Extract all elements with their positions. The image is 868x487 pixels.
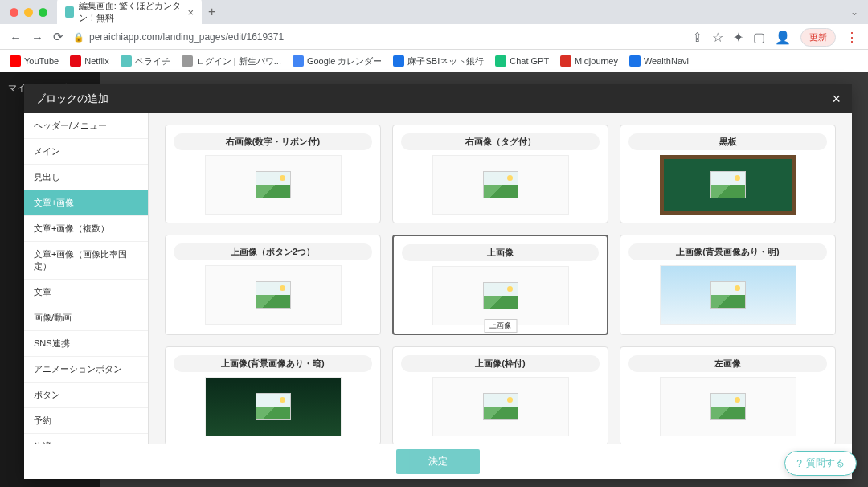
template-preview: 上画像	[432, 266, 569, 325]
sidebar-item[interactable]: ボタン	[24, 383, 148, 408]
close-tab-icon[interactable]: ×	[187, 6, 194, 18]
bookmark-icon	[10, 55, 21, 67]
bookmark-item[interactable]: YouTube	[10, 55, 59, 67]
add-block-modal: ブロックの追加 × ヘッダー/メニューメイン見出し文章+画像文章+画像（複数）文…	[24, 84, 852, 479]
bookmark-label: Chat GPT	[510, 56, 549, 66]
template-card[interactable]: 右画像(数字・リボン付)	[165, 125, 381, 223]
back-button[interactable]: ←	[10, 31, 22, 44]
help-button[interactable]: ? 質問する	[784, 451, 857, 476]
sidebar-item[interactable]: 画像/動画	[24, 305, 148, 331]
lock-icon: 🔒	[73, 32, 84, 43]
question-icon: ?	[796, 458, 802, 469]
template-card[interactable]: 上画像(背景画像あり・明)	[620, 235, 836, 335]
bookmark-item[interactable]: ログイン | 新生パワ...	[182, 55, 281, 68]
tooltip: 上画像	[484, 319, 517, 333]
sidebar-item[interactable]: 文章+画像（複数）	[24, 216, 148, 242]
bookmark-icon	[70, 55, 81, 67]
bookmark-icon	[121, 55, 132, 67]
decide-button[interactable]: 決定	[396, 449, 480, 474]
template-title: 右画像(数字・リボン付)	[174, 133, 372, 150]
toolbar-right: ⇪ ☆ ✦ ▢ 👤 更新 ⋮	[692, 28, 858, 47]
bookmark-label: Google カレンダー	[307, 55, 383, 68]
modal-footer: 決定	[24, 444, 852, 479]
help-label: 質問する	[806, 456, 845, 470]
template-preview	[205, 377, 342, 436]
template-card[interactable]: 右画像（タグ付）	[392, 125, 608, 223]
template-title: 上画像(背景画像あり・明)	[628, 244, 827, 260]
new-tab-button[interactable]: +	[208, 5, 215, 19]
preview-image-icon	[710, 171, 746, 198]
forward-button[interactable]: →	[31, 31, 43, 44]
category-sidebar: ヘッダー/メニューメイン見出し文章+画像文章+画像（複数）文章+画像（画像比率固…	[24, 113, 149, 444]
page-content: マイページへ戻る ‹ ブロックの追加 × ヘッダー/メニューメイン見出し文章+画…	[0, 72, 868, 487]
sidebar-item[interactable]: アニメーションボタン	[24, 357, 148, 383]
template-card[interactable]: 上画像上画像	[392, 235, 608, 335]
template-preview	[432, 155, 569, 215]
sidebar-item[interactable]: 文章+画像	[24, 190, 148, 216]
bookmark-item[interactable]: ペライチ	[121, 55, 170, 68]
template-title: 黒板	[628, 133, 827, 150]
url-text: peraichiapp.com/landing_pages/edit/16193…	[89, 31, 284, 43]
bookmark-item[interactable]: Google カレンダー	[293, 55, 383, 68]
update-button[interactable]: 更新	[800, 28, 836, 47]
preview-image-icon	[483, 282, 518, 309]
tabs-menu-icon[interactable]: ⌄	[850, 6, 858, 18]
preview-image-icon	[483, 171, 518, 198]
template-preview	[660, 155, 796, 215]
maximize-window-button[interactable]	[39, 8, 47, 17]
template-card[interactable]: 上画像(枠付)	[392, 346, 608, 444]
panel-icon[interactable]: ▢	[753, 30, 765, 45]
sidebar-item[interactable]: SNS連携	[24, 331, 148, 357]
template-card[interactable]: 上画像（ボタン2つ）	[165, 235, 381, 335]
bookmark-item[interactable]: 麻子SBIネット銀行	[393, 55, 484, 68]
bookmark-item[interactable]: Chat GPT	[495, 55, 549, 67]
sidebar-item[interactable]: 文章+画像（画像比率固定）	[24, 242, 148, 280]
template-title: 上画像(枠付)	[401, 355, 600, 372]
browser-tab[interactable]: 編集画面: 驚くほどカンタン！無料 ×	[57, 0, 202, 28]
bookmark-star-icon[interactable]: ☆	[712, 30, 723, 45]
minimize-window-button[interactable]	[24, 8, 33, 17]
template-title: 上画像	[402, 244, 599, 261]
close-modal-icon[interactable]: ×	[832, 91, 841, 108]
bookmark-icon	[629, 55, 641, 67]
modal-body: ヘッダー/メニューメイン見出し文章+画像文章+画像（複数）文章+画像（画像比率固…	[24, 113, 852, 444]
template-card[interactable]: 上画像(背景画像あり・暗)	[165, 346, 381, 444]
preview-image-icon	[256, 171, 291, 198]
bookmark-icon	[182, 55, 193, 67]
template-card[interactable]: 黒板	[620, 125, 836, 223]
preview-image-icon	[710, 281, 746, 309]
preview-image-icon	[483, 393, 518, 420]
template-card[interactable]: 左画像	[620, 346, 836, 444]
template-preview	[432, 377, 569, 436]
profile-avatar-icon[interactable]: 👤	[775, 30, 791, 45]
template-title: 上画像（ボタン2つ）	[174, 244, 372, 260]
bookmark-label: WealthNavi	[644, 56, 689, 66]
bookmark-item[interactable]: Netflix	[70, 55, 109, 67]
preview-image-icon	[256, 281, 291, 309]
reload-button[interactable]: ⟳	[53, 30, 63, 44]
tab-bar: 編集画面: 驚くほどカンタン！無料 × + ⌄	[0, 0, 868, 24]
close-window-button[interactable]	[10, 8, 18, 17]
bookmark-icon	[293, 55, 304, 67]
share-icon[interactable]: ⇪	[692, 30, 702, 45]
bookmark-label: 麻子SBIネット銀行	[407, 55, 484, 68]
template-grid: 右画像(数字・リボン付)右画像（タグ付）黒板上画像（ボタン2つ）上画像上画像上画…	[165, 125, 836, 444]
menu-icon[interactable]: ⋮	[845, 30, 858, 45]
bookmark-icon	[393, 55, 404, 67]
sidebar-item[interactable]: メイン	[24, 139, 148, 165]
template-title: 右画像（タグ付）	[401, 133, 600, 150]
sidebar-item[interactable]: 見出し	[24, 165, 148, 190]
modal-title: ブロックの追加	[35, 92, 108, 106]
bookmark-item[interactable]: WealthNavi	[629, 55, 689, 67]
sidebar-item[interactable]: 文章	[24, 280, 148, 305]
sidebar-item[interactable]: ヘッダー/メニュー	[24, 113, 148, 139]
modal-header: ブロックの追加 ×	[24, 84, 852, 113]
sidebar-item[interactable]: 決済	[24, 434, 148, 444]
template-preview	[205, 155, 342, 215]
bookmark-item[interactable]: Midjourney	[560, 55, 618, 67]
sidebar-item[interactable]: 予約	[24, 408, 148, 434]
template-preview	[660, 265, 796, 325]
extensions-icon[interactable]: ✦	[733, 30, 743, 45]
address-bar[interactable]: 🔒 peraichiapp.com/landing_pages/edit/161…	[73, 31, 682, 43]
template-preview	[205, 265, 342, 325]
